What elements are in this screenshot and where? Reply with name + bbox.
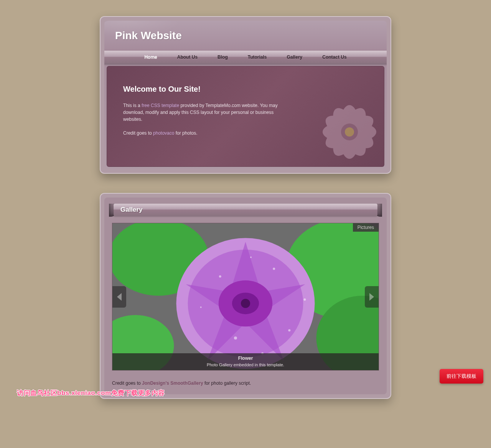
- svg-point-21: [234, 336, 237, 339]
- chevron-left-icon: [117, 293, 122, 301]
- hero-p2-text-b: for photos.: [174, 130, 197, 136]
- gallery-tab-pictures[interactable]: Pictures: [353, 223, 379, 232]
- nav-home[interactable]: Home: [134, 51, 167, 64]
- header-container: Pink Website Home About Us Blog Tutorial…: [100, 16, 391, 174]
- section-title: Gallery: [114, 204, 377, 216]
- hero-flower-decoration: [307, 90, 384, 167]
- nav-tutorials[interactable]: Tutorials: [238, 51, 277, 64]
- svg-point-9: [345, 127, 354, 137]
- hero-panel: Welcome to Our Site! This is a free CSS …: [107, 66, 384, 167]
- svg-point-22: [273, 268, 275, 270]
- gallery-caption: Flower Photo Gallery embedded in this te…: [112, 353, 379, 370]
- nav-blog[interactable]: Blog: [208, 51, 238, 64]
- credit-text-b: for photo gallery script.: [203, 380, 251, 386]
- gallery-caption-title: Flower: [112, 356, 379, 361]
- svg-point-19: [241, 299, 250, 308]
- nav-gallery[interactable]: Gallery: [277, 51, 313, 64]
- chevron-right-icon: [369, 293, 374, 301]
- svg-point-26: [250, 257, 252, 258]
- hero-p1-text-a: This is a: [123, 103, 142, 108]
- gallery-prev-button[interactable]: [112, 286, 126, 308]
- hero-link-photovaco[interactable]: photovaco: [153, 130, 174, 136]
- photo-gallery: Pictures Flower Photo Gallery embedded i…: [112, 223, 379, 371]
- svg-point-23: [288, 329, 290, 331]
- hero-paragraph-2: Credit goes to photovaco for photos.: [123, 130, 288, 137]
- section-header: Gallery: [109, 204, 382, 216]
- credit-link-smoothgallery[interactable]: JonDesign's SmoothGallery: [142, 380, 203, 386]
- gallery-credit: Credit goes to JonDesign's SmoothGallery…: [112, 380, 379, 386]
- svg-point-20: [219, 275, 221, 278]
- gallery-caption-desc: Photo Gallery embedded in this template.: [112, 362, 379, 367]
- hero-paragraph-1: This is a free CSS template provided by …: [123, 102, 288, 123]
- gallery-slide: [112, 223, 379, 370]
- svg-point-24: [200, 306, 202, 308]
- gallery-next-button[interactable]: [365, 286, 379, 308]
- hero-link-template[interactable]: free CSS template: [142, 103, 179, 108]
- main-nav: Home About Us Blog Tutorials Gallery Con…: [104, 51, 387, 64]
- download-template-button[interactable]: 前往下载模板: [440, 369, 483, 384]
- content-container: Gallery: [100, 193, 391, 399]
- credit-text-a: Credit goes to: [112, 380, 142, 386]
- site-title: Pink Website: [115, 30, 182, 42]
- nav-about[interactable]: About Us: [167, 51, 208, 64]
- nav-contact[interactable]: Contact Us: [312, 51, 356, 64]
- svg-point-25: [303, 298, 306, 301]
- watermark-text: 访问血鸟社区bbs.xleniao.com免费下载更多内容: [17, 389, 165, 397]
- hero-p2-text-a: Credit goes to: [123, 130, 153, 136]
